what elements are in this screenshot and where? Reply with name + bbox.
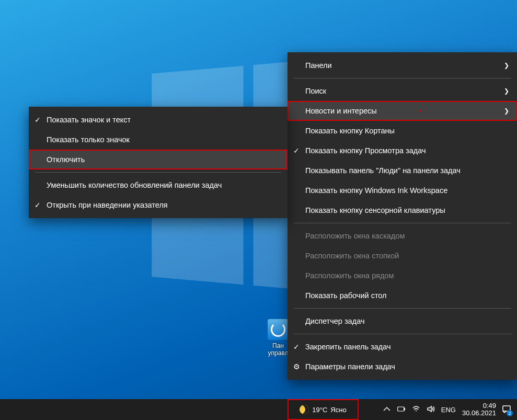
menu-item-label: Уменьшить количество обновлений панели з… (47, 181, 279, 189)
weather-text: Ясно (330, 406, 346, 414)
menu-item-label: Показать кнопку Кортаны (305, 127, 509, 135)
svg-rect-0 (398, 407, 404, 411)
menu-item[interactable]: Показывать панель "Люди" на панели задач (288, 161, 517, 180)
news-interests-submenu: ✓Показать значок и текстПоказать только … (29, 107, 288, 218)
menu-item[interactable]: Показать кнопку Windows Ink Workspace (288, 180, 517, 200)
menu-item-label: Показать кнопку Windows Ink Workspace (305, 186, 509, 195)
menu-item[interactable]: Новости и интересы❯ (288, 101, 517, 121)
language-indicator[interactable]: ENG (441, 406, 456, 414)
menu-item-label: Показать кнопку сенсорной клавиатуры (305, 206, 509, 214)
check-icon: ✓ (29, 201, 47, 209)
chevron-right-icon: ❯ (504, 62, 509, 69)
weather-widget[interactable]: 19°C Ясно (288, 399, 359, 420)
menu-item[interactable]: Показать кнопку Кортаны (288, 121, 517, 141)
check-icon: ✓ (288, 146, 305, 155)
menu-separator (35, 172, 281, 173)
menu-item[interactable]: ⚙Параметры панели задач (288, 357, 517, 377)
menu-item[interactable]: ✓Показать значок и текст (29, 110, 288, 130)
menu-item[interactable]: Поиск❯ (288, 81, 517, 101)
menu-item[interactable]: ✓Открыть при наведении указателя (29, 195, 288, 215)
menu-item[interactable]: ✓Закрепить панель задач (288, 337, 517, 357)
menu-item[interactable]: Показать кнопку сенсорной клавиатуры (288, 200, 517, 220)
menu-item-label: Показать значок и текст (47, 116, 279, 124)
tray-chevron-up-icon[interactable] (383, 405, 391, 415)
svg-rect-2 (503, 406, 510, 411)
menu-item-label: Панели (305, 61, 491, 70)
taskbar-context-menu: Панели❯Поиск❯Новости и интересы❯Показать… (288, 52, 517, 380)
action-center-icon[interactable] (502, 405, 511, 415)
menu-item-label: Показать только значок (47, 135, 279, 144)
menu-item: Расположить окна стопкой (288, 246, 517, 266)
volume-icon[interactable] (427, 405, 435, 415)
taskbar[interactable]: 19°C Ясно ENG 0:4930.06.2021 (0, 399, 517, 420)
menu-item-label: Параметры панели задач (305, 362, 509, 371)
menu-item-label: Расположить окна рядом (305, 271, 509, 280)
moon-icon (300, 405, 309, 414)
menu-item[interactable]: Показать рабочий стол (288, 286, 517, 305)
menu-item[interactable]: Показать только значок (29, 130, 288, 150)
menu-item[interactable]: Диспетчер задач (288, 311, 517, 331)
battery-icon[interactable] (397, 405, 406, 415)
menu-item[interactable]: Панели❯ (288, 55, 517, 75)
menu-item[interactable]: ✓Показать кнопку Просмотра задач (288, 141, 517, 161)
menu-separator (294, 78, 511, 78)
system-tray: ENG 0:4930.06.2021 (376, 399, 517, 420)
chevron-right-icon: ❯ (504, 87, 509, 95)
menu-item: Расположить окна рядом (288, 266, 517, 286)
menu-item: Расположить окна каскадом (288, 226, 517, 246)
menu-item-label: Закрепить панель задач (305, 343, 509, 351)
menu-item[interactable]: Отключить (29, 150, 288, 169)
menu-item-label: Открыть при наведении указателя (47, 201, 279, 209)
gear-icon: ⚙ (288, 362, 305, 371)
control-panel-icon (268, 319, 289, 340)
menu-item-label: Показать кнопку Просмотра задач (305, 146, 509, 155)
menu-separator (294, 223, 511, 223)
menu-separator (294, 308, 511, 309)
svg-rect-1 (404, 408, 405, 410)
menu-item[interactable]: Уменьшить количество обновлений панели з… (29, 175, 288, 195)
weather-temp: 19°C (312, 406, 327, 414)
check-icon: ✓ (288, 343, 305, 351)
menu-item-label: Поиск (305, 87, 491, 95)
menu-item-label: Показать рабочий стол (305, 291, 509, 300)
red-dot-icon (419, 110, 421, 112)
wifi-icon[interactable] (412, 405, 420, 415)
clock[interactable]: 0:4930.06.2021 (462, 402, 496, 416)
menu-item-label: Показывать панель "Люди" на панели задач (305, 166, 509, 175)
check-icon: ✓ (29, 116, 47, 124)
menu-item-label: Новости и интересы (305, 107, 491, 115)
menu-separator (294, 334, 511, 334)
menu-item-label: Диспетчер задач (305, 317, 509, 325)
chevron-right-icon: ❯ (504, 107, 509, 115)
menu-item-label: Расположить окна каскадом (305, 232, 509, 240)
menu-item-label: Расположить окна стопкой (305, 252, 509, 260)
menu-item-label: Отключить (47, 155, 279, 164)
